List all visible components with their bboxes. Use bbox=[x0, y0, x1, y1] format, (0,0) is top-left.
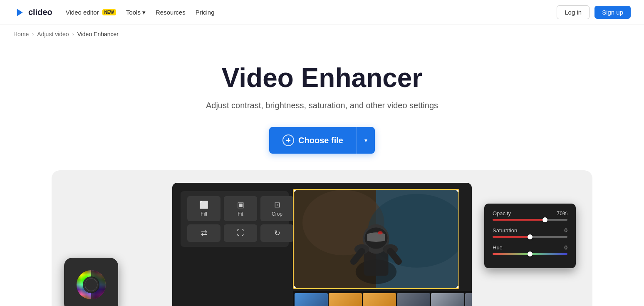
color-wheel-widget bbox=[64, 258, 118, 306]
timeline-strip bbox=[295, 293, 472, 306]
opacity-slider[interactable] bbox=[493, 219, 567, 221]
saturation-thumb bbox=[528, 234, 533, 239]
fill-tool-button[interactable]: ⬜ Fill bbox=[187, 196, 220, 221]
plus-icon: + bbox=[282, 134, 294, 146]
hue-value: 0 bbox=[565, 244, 567, 251]
breadcrumb-current: Video Enhancer bbox=[77, 31, 119, 37]
chevron-down-icon: ▾ bbox=[364, 137, 367, 144]
video-frame bbox=[293, 189, 459, 289]
tool-toolbar: ⬜ Fill ▣ Fit ⊡ Crop ⇄ ⛶ ↻ bbox=[181, 191, 289, 247]
video-thumbnail bbox=[294, 190, 458, 288]
fill-icon: ⬜ bbox=[199, 200, 208, 209]
breadcrumb: Home › Adjust video › Video Enhancer bbox=[0, 25, 644, 43]
timeline-thumb-3 bbox=[363, 293, 396, 306]
preview-background: ⬜ Fill ▣ Fit ⊡ Crop ⇄ ⛶ ↻ bbox=[52, 170, 592, 306]
nav-pricing[interactable]: Pricing bbox=[196, 9, 215, 16]
svg-point-16 bbox=[378, 231, 383, 235]
settings-panel: Opacity 70% Saturation 0 Hue bbox=[484, 204, 576, 268]
timeline-thumb-5 bbox=[431, 293, 464, 306]
hue-setting: Hue 0 bbox=[493, 244, 567, 255]
opacity-thumb bbox=[542, 217, 547, 222]
logo[interactable]: clideo bbox=[13, 7, 52, 18]
page-title: Video Enhancer bbox=[8, 63, 636, 92]
breadcrumb-adjust-video[interactable]: Adjust video bbox=[37, 31, 69, 37]
fit-icon: ▣ bbox=[237, 200, 244, 209]
hero-section: Video Enhancer Adjust contrast, brightne… bbox=[0, 43, 644, 170]
svg-point-4 bbox=[84, 277, 99, 292]
opacity-label: Opacity bbox=[493, 210, 511, 216]
breadcrumb-sep-2: › bbox=[72, 31, 74, 37]
crop-tool-button[interactable]: ⊡ Crop bbox=[260, 196, 294, 221]
saturation-setting: Saturation 0 bbox=[493, 227, 567, 238]
breadcrumb-sep-1: › bbox=[32, 31, 34, 37]
nav-video-editor[interactable]: Video editor NEW bbox=[66, 9, 116, 16]
nav-links: Video editor NEW Tools ▾ Resources Prici… bbox=[66, 9, 215, 16]
hue-thumb bbox=[528, 251, 533, 256]
chevron-down-icon: ▾ bbox=[142, 9, 146, 16]
fit-tool-button[interactable]: ▣ Fit bbox=[224, 196, 257, 221]
nav-right: Log in Sign up bbox=[557, 5, 631, 19]
breadcrumb-home[interactable]: Home bbox=[13, 31, 29, 37]
opacity-setting: Opacity 70% bbox=[493, 210, 567, 221]
timeline bbox=[293, 291, 472, 306]
expand-button[interactable]: ⛶ bbox=[224, 224, 257, 242]
navbar: clideo Video editor NEW Tools ▾ Resource… bbox=[0, 0, 644, 25]
app-window: ⬜ Fill ▣ Fit ⊡ Crop ⇄ ⛶ ↻ bbox=[172, 183, 472, 306]
rotate-button[interactable]: ↻ bbox=[260, 224, 294, 242]
signup-button[interactable]: Sign up bbox=[594, 6, 631, 19]
crop-icon: ⊡ bbox=[274, 200, 280, 209]
expand-icon: ⛶ bbox=[237, 229, 244, 237]
timeline-thumb-6 bbox=[465, 293, 472, 306]
choose-file-wrapper: + Choose file ▾ bbox=[269, 127, 375, 154]
timeline-thumb-1 bbox=[295, 293, 328, 306]
nav-tools[interactable]: Tools ▾ bbox=[126, 9, 146, 16]
new-badge: NEW bbox=[102, 9, 116, 15]
login-button[interactable]: Log in bbox=[557, 5, 590, 19]
saturation-label: Saturation bbox=[493, 227, 517, 234]
saturation-value: 0 bbox=[565, 227, 567, 234]
hue-label: Hue bbox=[493, 244, 503, 251]
corner-handle-br bbox=[456, 286, 458, 288]
preview-section: ⬜ Fill ▣ Fit ⊡ Crop ⇄ ⛶ ↻ bbox=[0, 170, 644, 306]
choose-file-dropdown[interactable]: ▾ bbox=[357, 127, 375, 154]
saturation-slider[interactable] bbox=[493, 236, 567, 238]
flip-h-icon: ⇄ bbox=[201, 229, 207, 238]
timeline-thumb-4 bbox=[397, 293, 430, 306]
hero-subtitle: Adjust contrast, brightness, saturation,… bbox=[8, 101, 636, 110]
svg-marker-0 bbox=[17, 9, 23, 16]
choose-file-button[interactable]: + Choose file bbox=[269, 127, 357, 154]
hue-slider[interactable] bbox=[493, 253, 567, 255]
rotate-icon: ↻ bbox=[274, 229, 280, 238]
opacity-value: 70% bbox=[557, 210, 567, 216]
timeline-thumb-2 bbox=[329, 293, 362, 306]
flip-h-button[interactable]: ⇄ bbox=[187, 224, 220, 242]
nav-resources[interactable]: Resources bbox=[156, 9, 186, 16]
